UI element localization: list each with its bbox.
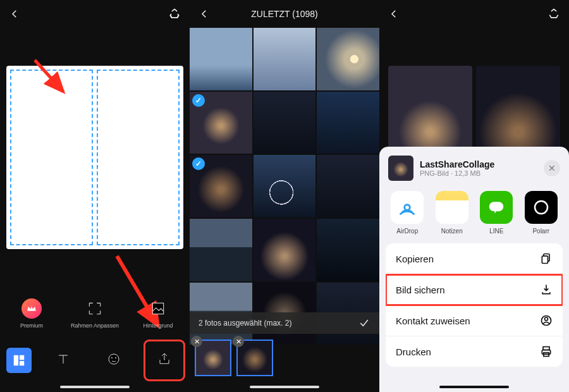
svg-point-9 [405, 205, 410, 211]
back-icon[interactable] [388, 8, 400, 20]
selection-status: 2 fotos ausgewählt (max. 2) [190, 312, 379, 334]
photo-thumb[interactable] [190, 28, 252, 90]
svg-rect-3 [14, 355, 18, 366]
share-app-label: AirDrop [396, 228, 418, 235]
action-label: Kontakt zuweisen [396, 315, 470, 326]
picker-title: ZULETZT (1098) [190, 9, 379, 19]
collage-frame [6, 66, 183, 249]
action-label: Drucken [396, 346, 431, 357]
collage-slot-left[interactable] [10, 70, 93, 245]
background-label: Hintergrund [143, 322, 173, 329]
svg-point-7 [111, 357, 113, 358]
copy-icon [540, 252, 553, 265]
download-icon [540, 283, 553, 296]
action-assign-contact[interactable]: Kontakt zuweisen [386, 305, 563, 336]
photo-thumb[interactable] [317, 155, 379, 217]
photo-thumb[interactable] [317, 28, 379, 90]
frame-label: Rahmen Anpassen [71, 322, 119, 329]
layout-button[interactable] [6, 348, 32, 373]
action-label: Kopieren [396, 254, 434, 264]
contact-icon [540, 314, 553, 327]
svg-rect-10 [489, 202, 504, 211]
photo-thumb[interactable] [254, 219, 316, 281]
home-indicator[interactable] [439, 386, 509, 388]
share-sheet-header: LastShareCollage PNG-Bild · 12,3 MB ✕ [379, 147, 569, 187]
action-save-image[interactable]: Bild sichern [386, 274, 563, 305]
svg-point-11 [535, 201, 548, 214]
share-thumb-icon [388, 156, 413, 181]
share-app-label: Notizen [441, 228, 463, 235]
recycle-icon[interactable] [168, 8, 181, 20]
share-button[interactable] [145, 345, 183, 373]
home-indicator[interactable] [250, 386, 319, 388]
recycle-icon[interactable] [548, 8, 560, 20]
svg-rect-4 [20, 355, 24, 360]
remove-icon[interactable]: ✕ [233, 336, 244, 347]
topbar: ZULETZT (1098) [190, 0, 379, 28]
background-button[interactable]: Hintergrund [133, 298, 183, 329]
svg-point-6 [109, 354, 119, 364]
svg-point-8 [115, 357, 116, 358]
selection-status-text: 2 fotos ausgewählt (max. 2) [199, 319, 291, 328]
polarr-icon [525, 191, 558, 224]
crown-icon [21, 298, 42, 319]
selected-thumbs-row: ✕ ✕ [190, 338, 379, 378]
notes-icon [436, 191, 468, 224]
photo-thumb[interactable] [317, 92, 379, 154]
svg-rect-5 [20, 361, 24, 365]
check-icon [192, 94, 205, 107]
selected-thumb[interactable]: ✕ [195, 340, 231, 376]
share-actions-list: Kopieren Bild sichern Kontakt zuweisen D… [386, 243, 563, 367]
photo-grid [190, 28, 379, 345]
close-icon[interactable]: ✕ [544, 160, 560, 176]
sticker-button[interactable] [95, 345, 133, 373]
premium-label: Premium [20, 322, 43, 329]
svg-point-15 [545, 317, 548, 321]
share-app-polarr[interactable]: Polarr [525, 191, 558, 235]
photo-thumb[interactable] [254, 28, 316, 90]
topbar [379, 0, 569, 28]
collage-slot-right[interactable] [97, 70, 180, 245]
photo-thumb[interactable] [190, 219, 252, 281]
print-icon [540, 345, 553, 358]
share-app-label: LINE [489, 228, 503, 235]
photo-thumb[interactable] [254, 155, 316, 217]
topbar [0, 0, 190, 28]
action-print[interactable]: Drucken [386, 336, 563, 367]
back-icon[interactable] [9, 8, 20, 20]
check-icon [192, 157, 205, 170]
line-icon [480, 191, 513, 224]
selected-thumb[interactable]: ✕ [236, 340, 273, 376]
airdrop-icon [391, 191, 424, 224]
share-sheet: LastShareCollage PNG-Bild · 12,3 MB ✕ Ai… [379, 147, 569, 392]
phone-share-sheet: LastShareCollage PNG-Bild · 12,3 MB ✕ Ai… [379, 0, 569, 392]
photo-thumb[interactable] [317, 219, 379, 281]
phone-photo-picker: ZULETZT (1098) 2 fotos ausgewählt (max. … [190, 0, 379, 392]
svg-rect-2 [152, 303, 163, 314]
background-icon [148, 298, 168, 319]
photo-thumb[interactable] [254, 92, 316, 154]
frame-icon [85, 298, 105, 319]
frame-adjust-button[interactable]: Rahmen Anpassen [70, 298, 120, 329]
photo-thumb[interactable] [190, 92, 252, 154]
premium-button[interactable]: Premium [6, 298, 57, 329]
home-indicator[interactable] [60, 386, 130, 388]
svg-rect-13 [542, 256, 548, 264]
tool-row-bottom [0, 335, 190, 373]
share-subtitle: PNG-Bild · 12,3 MB [420, 169, 537, 177]
share-app-line[interactable]: LINE [480, 191, 513, 235]
phone-collage-editor: Premium Rahmen Anpassen Hintergrund [0, 0, 190, 392]
action-copy[interactable]: Kopieren [386, 243, 563, 274]
action-label: Bild sichern [396, 285, 445, 295]
share-app-airdrop[interactable]: AirDrop [391, 191, 424, 235]
text-button[interactable] [44, 345, 82, 373]
share-title: LastShareCollage [420, 159, 537, 169]
share-app-label: Polarr [532, 228, 549, 235]
remove-icon[interactable]: ✕ [191, 336, 202, 347]
confirm-icon[interactable] [358, 317, 370, 329]
tool-row-labels: Premium Rahmen Anpassen Hintergrund [0, 298, 190, 329]
photo-thumb[interactable] [190, 155, 252, 217]
share-apps-row: AirDrop Notizen LINE Polarr [379, 187, 569, 243]
share-app-notes[interactable]: Notizen [436, 191, 469, 235]
